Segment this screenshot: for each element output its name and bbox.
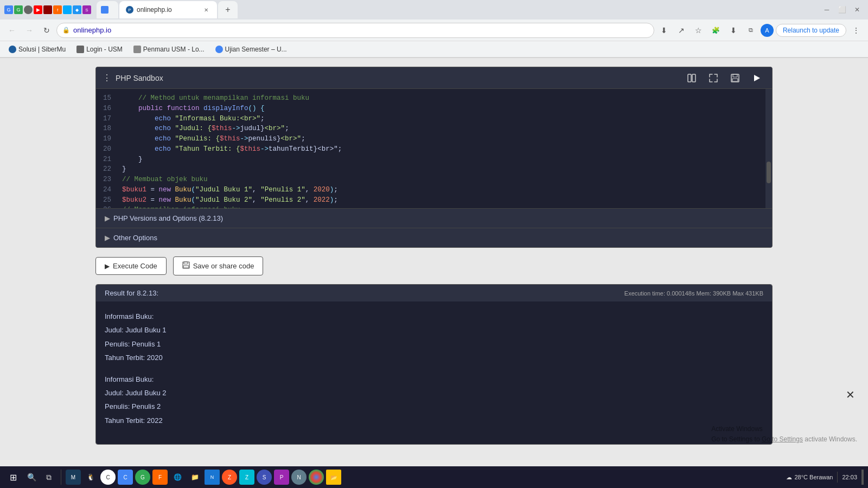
taskbar-app-10[interactable]: Z: [222, 470, 237, 485]
layout-toggle-button[interactable]: [683, 69, 700, 87]
star-button[interactable]: ☆: [691, 23, 706, 38]
tab-inactive-1[interactable]: [97, 1, 118, 18]
screenshot-button[interactable]: ⬇: [656, 23, 672, 38]
back-button[interactable]: ←: [4, 23, 20, 38]
result-line: Judul: Judul Buku 2: [105, 387, 763, 399]
taskbar-app-9[interactable]: N: [205, 470, 220, 485]
sandbox-title: PHP Sandbox: [116, 74, 163, 82]
activate-line2: Go to Settings to Go to Settings activat…: [711, 434, 857, 445]
taskbar-app-12[interactable]: S: [257, 470, 272, 485]
sandbox-container: ⋮ PHP Sandbox: [95, 67, 773, 248]
relaunch-button[interactable]: Relaunch to update: [776, 24, 846, 37]
modal-close-button[interactable]: ✕: [846, 388, 855, 401]
bookmark-ujian[interactable]: Ujian Semester – U...: [211, 44, 291, 54]
forward-button[interactable]: →: [22, 23, 37, 38]
taskbar-app-7[interactable]: 🌐: [170, 470, 185, 485]
taskbar-app-4[interactable]: C: [118, 470, 133, 485]
result-line: Tahun Terbit: 2022: [105, 414, 763, 427]
svg-rect-8: [183, 266, 189, 268]
save-floppy-icon: [182, 261, 190, 271]
svg-rect-7: [184, 262, 188, 264]
start-button[interactable]: ⊞: [4, 468, 22, 486]
taskbar-app-2[interactable]: 🐧: [83, 470, 98, 485]
taskbar-app-13[interactable]: P: [274, 470, 289, 485]
split-button[interactable]: ⧉: [743, 23, 758, 38]
sandbox-toolbar: ⋮ PHP Sandbox: [96, 67, 772, 89]
code-editor[interactable]: 15 16 17 18 19 20 21 22 23 24 25 26 27 2…: [96, 89, 772, 208]
menu-button[interactable]: ⋮: [848, 23, 864, 38]
arrow-right-icon: ▶: [105, 214, 110, 222]
lock-icon: 🔒: [62, 27, 70, 34]
reload-button[interactable]: ↻: [39, 23, 54, 38]
save-icon-button[interactable]: [726, 69, 744, 87]
result-container: Result for 8.2.13: Execution time: 0.000…: [95, 284, 773, 445]
tab-new[interactable]: +: [218, 1, 238, 18]
taskbar-app-6[interactable]: F: [152, 470, 168, 485]
execution-info: Execution time: 0.000148s Mem: 390KB Max…: [624, 290, 763, 297]
svg-rect-4: [732, 79, 738, 81]
sandbox-menu-icon[interactable]: ⋮: [103, 73, 111, 83]
taskbar-weather[interactable]: ☁ 28°C Berawan: [786, 474, 833, 481]
extension-button[interactable]: 🧩: [709, 23, 724, 38]
fullscreen-button[interactable]: [705, 69, 722, 87]
page-content: ⋮ PHP Sandbox: [87, 58, 781, 488]
taskbar-time[interactable]: 22:03: [842, 474, 857, 480]
result-line: Informasi Buku:: [105, 310, 763, 323]
play-icon: ▶: [105, 262, 110, 270]
taskbar-app-8[interactable]: 📁: [187, 470, 202, 485]
other-options-section[interactable]: ▶ Other Options: [96, 228, 772, 247]
profile-button[interactable]: A: [761, 24, 774, 37]
svg-marker-5: [754, 75, 760, 81]
taskbar-app-14[interactable]: N: [291, 470, 307, 485]
bookmark-solusi[interactable]: Solusi | SiberMu: [4, 44, 70, 54]
restore-button[interactable]: ⬜: [835, 3, 848, 16]
nav-bar: ← → ↻ 🔒 onlinephp.io ⬇ ↗ ☆ 🧩 ⬇ ⧉ A Relau…: [0, 20, 868, 41]
activate-line1: Activate Windows: [711, 424, 857, 434]
share-button[interactable]: ↗: [674, 23, 689, 38]
tab-bar: G G ▶ f ◆ S P onlinephp.io ✕ + ─ ⬜ ✕: [0, 0, 868, 20]
result-body: Informasi Buku: Judul: Judul Buku 1 Penu…: [96, 301, 772, 444]
result-header: Result for 8.2.13: Execution time: 0.000…: [96, 285, 772, 301]
taskbar-app-1[interactable]: M: [66, 470, 81, 485]
result-line: Penulis: Penulis 2: [105, 400, 763, 413]
arrow-right-icon-2: ▶: [105, 234, 110, 242]
result-group-1: Informasi Buku: Judul: Judul Buku 1 Penu…: [105, 310, 763, 364]
tab-active[interactable]: P onlinephp.io ✕: [119, 1, 217, 18]
weather-text: 28°C Berawan: [794, 474, 833, 480]
taskbar-search[interactable]: 🔍: [24, 470, 39, 485]
browser-chrome: G G ▶ f ◆ S P onlinephp.io ✕ + ─ ⬜ ✕: [0, 0, 868, 58]
taskbar-task-view[interactable]: ⧉: [41, 470, 56, 485]
action-buttons: ▶ Execute Code Save or share code: [95, 256, 773, 275]
save-share-button[interactable]: Save or share code: [173, 256, 264, 275]
svg-rect-1: [692, 74, 695, 82]
download-button[interactable]: ⬇: [726, 23, 741, 38]
execute-button[interactable]: ▶ Execute Code: [95, 257, 167, 275]
taskbar-app-chrome[interactable]: [309, 470, 324, 485]
result-group-2: Informasi Buku: Judul: Judul Buku 2 Penu…: [105, 373, 763, 427]
activate-windows-watermark: Activate Windows Go to Settings to Go to…: [711, 424, 857, 445]
taskbar-right: ☁ 28°C Berawan 22:03: [786, 470, 864, 485]
result-label: Result for 8.2.13:: [105, 289, 158, 297]
taskbar: ⊞ 🔍 ⧉ M 🐧 C C G F 🌐 📁 N Z Z S P N 📂 ☁ 28…: [0, 466, 868, 488]
close-button[interactable]: ✕: [851, 3, 864, 16]
taskbar-app-files[interactable]: 📂: [326, 470, 341, 485]
bookmark-login[interactable]: Login - USM: [72, 44, 127, 54]
settings-link[interactable]: Go to Settings: [762, 435, 803, 443]
bookmark-penmaru[interactable]: Penmaru USM - Lo...: [129, 44, 209, 54]
svg-rect-0: [688, 74, 691, 82]
taskbar-app-3[interactable]: C: [100, 470, 116, 485]
address-bar[interactable]: 🔒 onlinephp.io: [56, 23, 654, 38]
scrollbar-thumb[interactable]: [767, 162, 771, 183]
editor-scrollbar[interactable]: [765, 89, 772, 208]
show-desktop-button[interactable]: [861, 470, 864, 485]
php-versions-section[interactable]: ▶ PHP Versions and Options (8.2.13): [96, 208, 772, 228]
toolbar-right: [683, 69, 765, 87]
run-button[interactable]: [748, 69, 765, 87]
url-text: onlinephp.io: [73, 26, 111, 34]
taskbar-app-11[interactable]: Z: [239, 470, 254, 485]
taskbar-app-5[interactable]: G: [135, 470, 150, 485]
toolbar-left: ⋮ PHP Sandbox: [103, 73, 163, 83]
code-area[interactable]: // Method untuk menampilkan informasi bu…: [116, 89, 765, 208]
minimize-button[interactable]: ─: [820, 3, 833, 16]
tab-close-button[interactable]: ✕: [202, 5, 210, 14]
